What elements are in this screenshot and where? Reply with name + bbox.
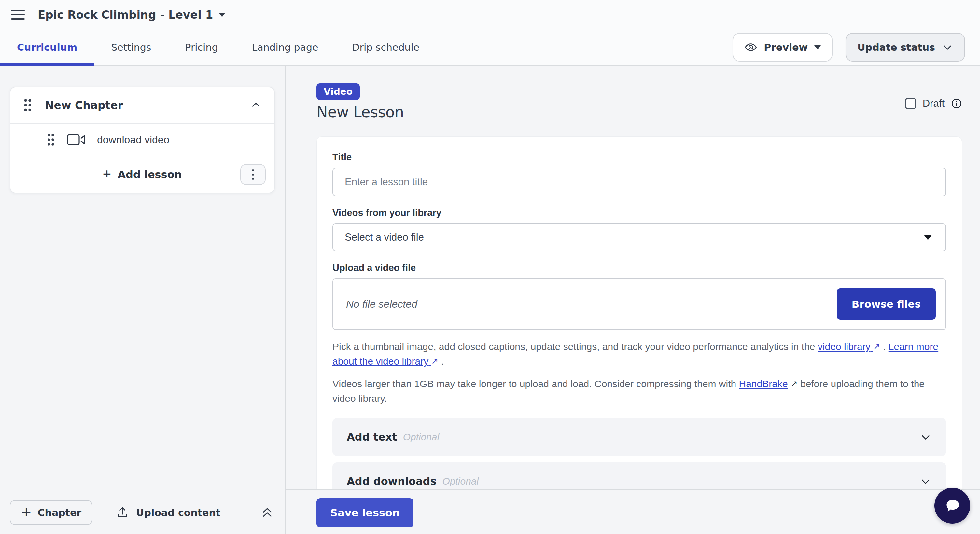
save-footer: Save lesson bbox=[286, 489, 980, 534]
lesson-editor-scroll: Video New Lesson Draft Title Videos fr bbox=[286, 66, 980, 489]
lesson-row[interactable]: download video bbox=[10, 124, 274, 156]
plus-icon: + bbox=[103, 167, 111, 181]
save-lesson-button[interactable]: Save lesson bbox=[317, 498, 414, 528]
page-title: New Lesson bbox=[317, 103, 404, 121]
browse-files-button[interactable]: Browse files bbox=[837, 289, 936, 320]
update-status-button[interactable]: Update status bbox=[846, 33, 965, 62]
upload-field-label: Upload a video file bbox=[332, 262, 946, 273]
optional-label: Optional bbox=[442, 476, 479, 487]
drag-handle-icon[interactable] bbox=[46, 133, 55, 146]
chapter-title: New Chapter bbox=[45, 99, 123, 112]
collapse-all-button[interactable] bbox=[261, 506, 274, 519]
kebab-icon bbox=[252, 169, 254, 171]
tab-pricing[interactable]: Pricing bbox=[168, 29, 235, 65]
tab-curriculum[interactable]: Curriculum bbox=[0, 29, 94, 65]
tab-settings[interactable]: Settings bbox=[94, 29, 168, 65]
chat-launcher-button[interactable] bbox=[934, 488, 970, 524]
chapter-header-row[interactable]: New Chapter bbox=[10, 87, 274, 123]
add-text-panel[interactable]: Add text Optional bbox=[332, 418, 946, 456]
caret-down-icon bbox=[924, 235, 932, 240]
draft-label: Draft bbox=[923, 98, 945, 110]
chapter-card: New Chapter download video + Add lesson bbox=[10, 87, 275, 194]
add-lesson-button[interactable]: Add lesson bbox=[118, 168, 182, 181]
draft-toggle: Draft bbox=[905, 98, 962, 110]
tab-list: Curriculum Settings Pricing Landing page… bbox=[0, 29, 436, 65]
drag-handle-icon[interactable] bbox=[23, 98, 33, 112]
tab-landing-page[interactable]: Landing page bbox=[235, 29, 335, 65]
lesson-form-card: Title Videos from your library Select a … bbox=[317, 137, 962, 489]
caret-down-icon bbox=[814, 45, 821, 49]
chevron-down-icon bbox=[942, 41, 953, 53]
plus-icon: + bbox=[21, 505, 32, 518]
chevron-up-icon[interactable] bbox=[250, 99, 262, 111]
video-library-link[interactable]: video library ↗ bbox=[818, 341, 880, 352]
caret-down-icon bbox=[219, 13, 225, 17]
file-upload-box: No file selected Browse files bbox=[332, 278, 946, 330]
external-link-icon: ↗ bbox=[873, 339, 880, 354]
course-builder-app: Epic Rock Climbing - Level 1 Curriculum … bbox=[0, 0, 980, 534]
chevron-down-icon bbox=[920, 475, 932, 488]
select-value: Select a video file bbox=[345, 232, 424, 243]
course-switcher[interactable]: Epic Rock Climbing - Level 1 bbox=[38, 8, 225, 21]
preview-button[interactable]: Preview bbox=[733, 33, 832, 62]
handbrake-link[interactable]: HandBrake bbox=[739, 378, 788, 389]
title-field-label: Title bbox=[332, 152, 946, 162]
add-chapter-button[interactable]: + Chapter bbox=[10, 500, 92, 525]
lesson-header: Video New Lesson Draft bbox=[317, 83, 962, 121]
info-icon[interactable] bbox=[951, 98, 962, 109]
draft-checkbox[interactable] bbox=[905, 98, 916, 109]
chat-bubble-icon bbox=[943, 496, 962, 515]
content-area: New Chapter download video + Add lesson bbox=[0, 66, 980, 534]
lesson-type-badge: Video bbox=[317, 83, 360, 100]
no-file-text: No file selected bbox=[346, 298, 417, 310]
tabbar-actions: Preview Update status bbox=[733, 29, 980, 65]
curriculum-sidebar: New Chapter download video + Add lesson bbox=[0, 66, 286, 534]
add-downloads-panel[interactable]: Add downloads Optional bbox=[332, 462, 946, 489]
optional-label: Optional bbox=[403, 431, 439, 442]
course-title: Epic Rock Climbing - Level 1 bbox=[38, 8, 213, 21]
chevron-down-icon bbox=[920, 431, 932, 443]
eye-icon bbox=[744, 41, 757, 54]
upload-icon bbox=[116, 506, 129, 519]
library-field-label: Videos from your library bbox=[332, 207, 946, 218]
topbar: Epic Rock Climbing - Level 1 bbox=[0, 0, 980, 29]
external-link-icon: ↗ bbox=[431, 354, 439, 368]
tabbar: Curriculum Settings Pricing Landing page… bbox=[0, 29, 980, 66]
chapter-menu-button[interactable] bbox=[240, 164, 266, 185]
tab-drip-schedule[interactable]: Drip schedule bbox=[335, 29, 436, 65]
handbrake-help-text: Videos larger than 1GB may take longer t… bbox=[332, 377, 946, 406]
upload-content-button[interactable]: Upload content bbox=[116, 506, 220, 519]
video-camera-icon bbox=[67, 134, 85, 146]
lesson-title: download video bbox=[97, 134, 169, 146]
sidebar-footer: + Chapter Upload content bbox=[10, 500, 274, 525]
external-link-icon: ↗ bbox=[791, 377, 798, 391]
lesson-title-input[interactable] bbox=[332, 168, 946, 196]
video-library-select[interactable]: Select a video file bbox=[332, 223, 946, 251]
lesson-editor: Video New Lesson Draft Title Videos fr bbox=[286, 66, 980, 534]
double-chevron-up-icon bbox=[261, 506, 274, 519]
video-library-help-text: Pick a thumbnail image, add closed capti… bbox=[332, 340, 946, 369]
hamburger-menu-icon[interactable] bbox=[11, 10, 25, 19]
add-lesson-row: + Add lesson bbox=[10, 156, 274, 193]
